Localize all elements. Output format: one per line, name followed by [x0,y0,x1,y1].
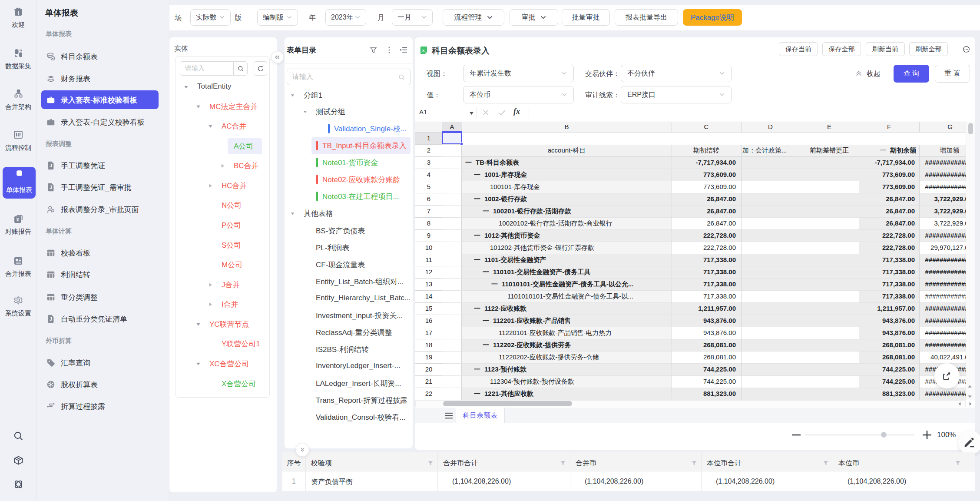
svg-text:J: J [50,317,52,322]
svg-text:J: J [50,185,52,190]
svg-text:x: x [422,48,425,53]
svg-text:J: J [50,163,52,168]
